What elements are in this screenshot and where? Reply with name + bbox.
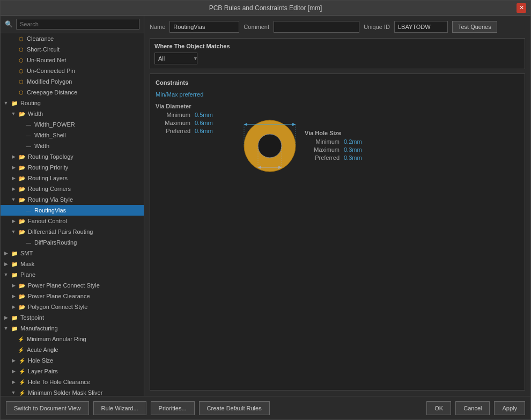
via-diameter-pref-label: Preferred: [156, 128, 190, 134]
tree-item[interactable]: ▶⚡Hole To Hole Clearance: [1, 377, 144, 387]
bottom-right-buttons: OK Cancel Apply: [426, 401, 525, 415]
tree-arrow-icon: ▶: [10, 369, 17, 374]
tree-arrow-icon: ▶: [10, 154, 17, 159]
tree-item[interactable]: ▶📁SMT: [1, 248, 144, 259]
constraints-section: Constraints Min/Max preferred Via Diamet…: [150, 73, 525, 390]
tree-container: ⬡Clearance⬡Short-Circuit⬡Un-Routed Net⬡U…: [1, 33, 144, 396]
tree-item-label: Clearance: [27, 35, 54, 42]
folder-icon: 📂: [18, 165, 26, 171]
tree-arrow-icon: ▶: [10, 218, 17, 224]
tree-item[interactable]: ▼📁Routing: [1, 98, 144, 108]
tree-item-label: Creepage Distance: [27, 89, 77, 95]
tree-item[interactable]: —Width: [1, 141, 144, 151]
bottom-left-buttons: Switch to Document View Rule Wizard... P…: [6, 401, 422, 415]
tree-item[interactable]: ⚡Acute Angle: [1, 344, 144, 355]
tree-item[interactable]: ▼📁Manufacturing: [1, 323, 144, 334]
search-input[interactable]: [16, 19, 139, 30]
close-button[interactable]: ✕: [517, 3, 526, 13]
tree-item[interactable]: ▼📂Routing Via Style: [1, 194, 144, 205]
tree-item-label: Hole Size: [28, 357, 53, 364]
tree-item[interactable]: ▶⚡Layer Pairs: [1, 366, 144, 377]
rule-icon: ⬡: [17, 79, 25, 85]
via-diameter-max-label: Maximum: [156, 120, 190, 126]
uid-input[interactable]: [394, 21, 448, 33]
comment-input[interactable]: [274, 21, 359, 33]
tree-item[interactable]: ⬡Un-Routed Net: [1, 55, 144, 65]
tree-arrow-icon: ▼: [10, 229, 17, 234]
tree-item[interactable]: ▶📂Routing Topology: [1, 151, 144, 162]
manufacturing-icon: ⚡: [18, 369, 26, 374]
tree-item-label: Power Plane Connect Style: [28, 282, 100, 289]
tree-item[interactable]: ⬡Short-Circuit: [1, 44, 144, 55]
via-diameter-max-row: Maximum 0.6mm: [156, 120, 222, 126]
tree-item[interactable]: —Width_Shell: [1, 130, 144, 141]
via-hole-min-label: Minimum: [305, 138, 340, 145]
via-hole-size-title: Via Hole Size: [305, 130, 371, 136]
tree-item[interactable]: ⬡Creepage Distance: [1, 87, 144, 98]
uid-label: Unique ID: [364, 24, 390, 30]
create-default-rules-button[interactable]: Create Default Rules: [199, 401, 270, 415]
cancel-button[interactable]: Cancel: [455, 401, 490, 415]
folder-icon: 📂: [18, 218, 26, 224]
tree-item[interactable]: ▼📂Differential Pairs Routing: [1, 226, 144, 237]
tree-item[interactable]: —RoutingVias: [1, 205, 144, 216]
folder-icon: 📂: [18, 154, 26, 160]
main-window: PCB Rules and Constraints Editor [mm] ✕ …: [0, 0, 531, 420]
tree-item[interactable]: —DiffPairsRouting: [1, 237, 144, 248]
rule-item-icon: —: [24, 132, 33, 138]
rule-icon: ⬡: [17, 36, 25, 42]
rule-item-icon: —: [24, 143, 33, 149]
where-select[interactable]: All: [154, 53, 197, 64]
tree-item-label: Routing Via Style: [28, 196, 73, 203]
tree-item-label: Width: [28, 110, 43, 117]
tree-item[interactable]: ▶📂Routing Priority: [1, 162, 144, 173]
switch-doc-view-button[interactable]: Switch to Document View: [6, 401, 89, 415]
folder-icon: 📂: [18, 304, 26, 310]
tree-item-label: Power Plane Clearance: [28, 293, 90, 299]
tree-item[interactable]: ⚡Minimum Annular Ring: [1, 334, 144, 344]
tree-item[interactable]: ▼📁Plane: [1, 269, 144, 280]
tree-item-label: Minimum Solder Mask Sliver: [28, 389, 102, 396]
tree-item[interactable]: ⬡Clearance: [1, 33, 144, 44]
tree-item[interactable]: ▼📂Width: [1, 108, 144, 119]
manufacturing-icon: ⚡: [17, 347, 25, 353]
tree-item[interactable]: ▶📁Mask: [1, 259, 144, 269]
tree-item[interactable]: —Width_POWER: [1, 119, 144, 130]
tree-item-label: Routing Corners: [28, 186, 71, 192]
tree-item[interactable]: ▶📁Testpoint: [1, 312, 144, 323]
tree-item-label: Hole To Hole Clearance: [28, 379, 90, 385]
tree-item-label: SMT: [20, 250, 33, 256]
tree-item-label: RoutingVias: [34, 207, 66, 213]
tree-item[interactable]: ▶📂Power Plane Clearance: [1, 291, 144, 301]
tree-arrow-icon: ▶: [10, 304, 17, 310]
tree-item-label: Un-Connected Pin: [27, 68, 75, 74]
folder-icon: 📂: [18, 293, 26, 299]
folder-icon: 📂: [18, 197, 26, 203]
constraints-content: Via Diameter Minimum 0.5mm Maximum 0.6mm…: [156, 103, 519, 178]
tree-item[interactable]: ▶📂Routing Layers: [1, 173, 144, 183]
tree-item[interactable]: ▶📂Routing Corners: [1, 183, 144, 194]
via-diameter-group: Via Diameter Minimum 0.5mm Maximum 0.6mm…: [156, 103, 222, 136]
search-icon: 🔍: [5, 20, 13, 28]
tree-item[interactable]: ▼⚡Minimum Solder Mask Sliver: [1, 387, 144, 396]
tree-item-label: Width: [34, 143, 49, 149]
tree-item[interactable]: ▶⚡Hole Size: [1, 355, 144, 366]
folder-icon: 📁: [10, 250, 19, 256]
tree-item[interactable]: ▶📂Polygon Connect Style: [1, 301, 144, 312]
name-input[interactable]: [169, 21, 239, 33]
rule-wizard-button[interactable]: Rule Wizard...: [93, 401, 146, 415]
apply-button[interactable]: Apply: [494, 401, 525, 415]
tree-arrow-icon: ▶: [10, 165, 17, 170]
right-panel: Name Comment Unique ID Test Queries Wher…: [144, 16, 530, 396]
tree-item-label: Minimum Annular Ring: [27, 336, 86, 342]
tree-arrow-icon: ▼: [10, 197, 17, 202]
tree-item[interactable]: ⬡Un-Connected Pin: [1, 65, 144, 76]
tree-item-label: Differential Pairs Routing: [28, 229, 93, 235]
tree-item[interactable]: ▶📂Fanout Control: [1, 216, 144, 226]
tree-item[interactable]: ⬡Modified Polygon: [1, 76, 144, 87]
folder-icon: 📁: [10, 326, 19, 331]
tree-item[interactable]: ▶📂Power Plane Connect Style: [1, 280, 144, 291]
ok-button[interactable]: OK: [426, 401, 451, 415]
priorities-button[interactable]: Priorities...: [151, 401, 195, 415]
test-queries-button[interactable]: Test Queries: [452, 21, 497, 33]
